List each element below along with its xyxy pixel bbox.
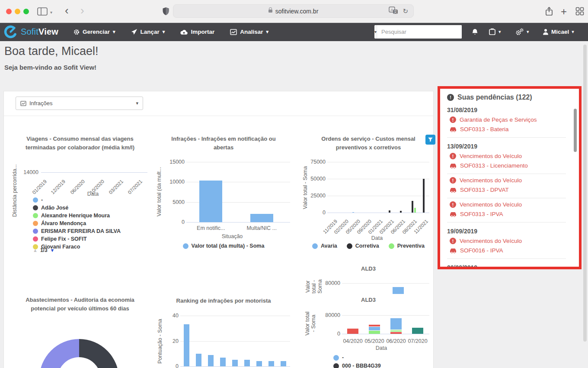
chart-ranking: Ranking de infrações por motorista Pontu… bbox=[152, 291, 295, 368]
page-title: Boa tarde, Micael! bbox=[4, 45, 99, 58]
close-window-button[interactable] bbox=[6, 9, 12, 14]
sidebar-toggle-icon[interactable] bbox=[37, 7, 48, 17]
search-input[interactable] bbox=[377, 25, 462, 39]
bar bbox=[412, 328, 423, 334]
pendencia-type-link[interactable]: !Vencimentos do Veículo bbox=[450, 153, 573, 159]
pendencias-scrollbar[interactable] bbox=[574, 109, 577, 152]
url-bar[interactable]: sofitview.com.br A文 ↻ bbox=[173, 4, 414, 18]
y-tick-label: 25000 bbox=[304, 193, 326, 199]
chart-abastecimentos: Abastecimentos - Auditoria da economia p… bbox=[9, 291, 151, 368]
bar bbox=[352, 212, 354, 213]
legend-item[interactable]: Avaria bbox=[312, 243, 337, 249]
page-scrollbar[interactable] bbox=[583, 45, 587, 342]
reload-icon[interactable]: ↻ bbox=[403, 7, 408, 15]
legend-dot bbox=[33, 236, 38, 242]
pendencia-type-label: Vencimentos do Veículo bbox=[460, 238, 522, 244]
legend-page-down-icon[interactable]: ▼ bbox=[50, 248, 55, 253]
legend-item[interactable]: - bbox=[333, 355, 381, 361]
pendencia-type-label: Vencimentos do Veículo bbox=[460, 201, 522, 208]
pendencia-vehicle-label: SOF0313 - IPVA bbox=[460, 211, 503, 217]
y-tick-label: 14000 bbox=[17, 169, 38, 175]
y-tick-label: 0 bbox=[319, 331, 340, 337]
menu-importar[interactable]: Importar bbox=[180, 29, 214, 35]
legend-page-up-icon[interactable]: ▲ bbox=[33, 248, 38, 253]
menu-lancar-label: Lançar bbox=[141, 29, 160, 35]
brand-logo[interactable]: SofitView bbox=[3, 25, 58, 39]
axis-line bbox=[180, 366, 290, 367]
lock-icon bbox=[268, 10, 272, 13]
bar bbox=[256, 361, 262, 366]
legend-item[interactable]: Felipe Fix - SOFIT bbox=[33, 236, 121, 242]
x-axis-label: Data bbox=[35, 191, 151, 197]
menu-gerenciar[interactable]: Gerenciar ▾ bbox=[74, 29, 115, 35]
translate-icon[interactable]: A文 bbox=[389, 6, 398, 16]
user-name: Micael bbox=[551, 29, 569, 35]
privacy-shield-icon[interactable] bbox=[162, 7, 169, 18]
plot-area: 40200 bbox=[152, 291, 295, 368]
svg-text:A: A bbox=[391, 8, 393, 12]
new-tab-button[interactable]: + bbox=[561, 6, 567, 18]
pendencia-type-link[interactable]: !Vencimentos do Veículo bbox=[450, 238, 573, 244]
notifications-button[interactable] bbox=[471, 23, 479, 41]
legend-item[interactable]: Alexandre Henrique Moura bbox=[33, 213, 121, 219]
legend-label: Alexandre Henrique Moura bbox=[41, 213, 110, 219]
pendencia-type-label: Garantia de Peças e Serviços bbox=[460, 116, 537, 123]
settings-menu[interactable]: ▾ bbox=[515, 23, 529, 41]
sidebar-caret-icon[interactable]: ▾ bbox=[50, 10, 52, 15]
y-tick-label: 50000 bbox=[304, 176, 326, 182]
user-icon bbox=[543, 29, 549, 35]
pendencia-type-link[interactable]: !Garantia de Peças e Serviços bbox=[450, 116, 573, 123]
pendencias-panel: ! Suas pendências (122) 31/08/2019!Garan… bbox=[438, 86, 582, 269]
bar bbox=[220, 358, 226, 366]
legend-item[interactable]: ERISMAR FERREIRA DA SILVA bbox=[33, 228, 121, 234]
forward-button[interactable]: › bbox=[80, 6, 84, 14]
donut-chart[interactable] bbox=[39, 339, 119, 368]
user-menu[interactable]: Micael ▾ bbox=[543, 23, 574, 41]
legend-item[interactable]: Adão José bbox=[33, 205, 121, 211]
y-tick-label: 75000 bbox=[304, 159, 326, 165]
y-tick-label: 0 bbox=[304, 210, 326, 216]
pendencia-vehicle-label: SOF0313 - Bateria bbox=[460, 126, 509, 132]
documents-menu[interactable]: ▾ bbox=[489, 23, 501, 41]
pendencia-vehicle-label: SOF0313 - DPVAT bbox=[460, 187, 509, 193]
chart-line-icon bbox=[20, 101, 26, 106]
legend-item[interactable]: Preventiva bbox=[389, 243, 425, 249]
divider bbox=[447, 174, 566, 174]
axis-line bbox=[327, 213, 429, 213]
back-button[interactable]: ‹ bbox=[65, 6, 69, 14]
pendencias-list: 31/08/2019!Garantia de Peças e ServiçosS… bbox=[447, 107, 573, 269]
pendencia-type-link[interactable]: !Vencimentos do Veículo bbox=[450, 177, 573, 184]
pendencia-vehicle-link[interactable]: SOF0313 - Licenciamento bbox=[450, 162, 573, 169]
widget-selector[interactable]: Infrações ▾ bbox=[16, 97, 143, 110]
legend-item[interactable]: Corretiva bbox=[347, 243, 379, 249]
plot-area: 150001000050000Em notific...Multa/NIC ..… bbox=[152, 131, 295, 261]
pendencia-type-link[interactable]: !Vencimentos do Veículo bbox=[450, 201, 573, 208]
pendencia-vehicle-link[interactable]: SOF0016 - IPVA bbox=[450, 247, 573, 254]
gridline bbox=[327, 196, 429, 196]
pendencia-vehicle-link[interactable]: SOF0313 - DPVAT bbox=[450, 187, 573, 193]
bar bbox=[232, 360, 238, 366]
legend-item[interactable]: - bbox=[33, 197, 121, 203]
y-tick-label: 40 bbox=[157, 313, 179, 319]
pendencia-vehicle-link[interactable]: SOF0313 - IPVA bbox=[450, 211, 573, 217]
menu-analisar[interactable]: Analisar ▾ bbox=[230, 29, 268, 35]
legend-item[interactable]: Álvaro Mendonça bbox=[33, 220, 121, 226]
tab-overview-icon[interactable] bbox=[575, 7, 584, 17]
bar bbox=[250, 214, 273, 222]
pendencia-vehicle-link[interactable]: SOF0313 - Bateria bbox=[450, 126, 573, 132]
maximize-window-button[interactable] bbox=[23, 9, 29, 14]
share-icon[interactable] bbox=[545, 6, 553, 18]
divider bbox=[447, 137, 566, 138]
minimize-window-button[interactable] bbox=[15, 9, 20, 14]
menu-lancar[interactable]: Lançar ▾ bbox=[131, 29, 165, 35]
brand-view: View bbox=[38, 27, 58, 36]
car-icon bbox=[450, 126, 457, 132]
legend-item[interactable]: 000 - BBB4G39 bbox=[333, 363, 381, 368]
dashboard-card: Infrações ▾ Viagens - Consumo mensal das… bbox=[3, 91, 434, 368]
legend-item[interactable]: Valor total (da multa) - Soma bbox=[183, 243, 265, 249]
legend-dot bbox=[312, 243, 318, 249]
x-axis-label: Data bbox=[325, 345, 438, 351]
legend-label: Valor total (da multa) - Soma bbox=[192, 243, 265, 249]
y-tick-label: 15000 bbox=[163, 159, 185, 165]
pendencias-title: ! Suas pendências (122) bbox=[447, 94, 573, 101]
